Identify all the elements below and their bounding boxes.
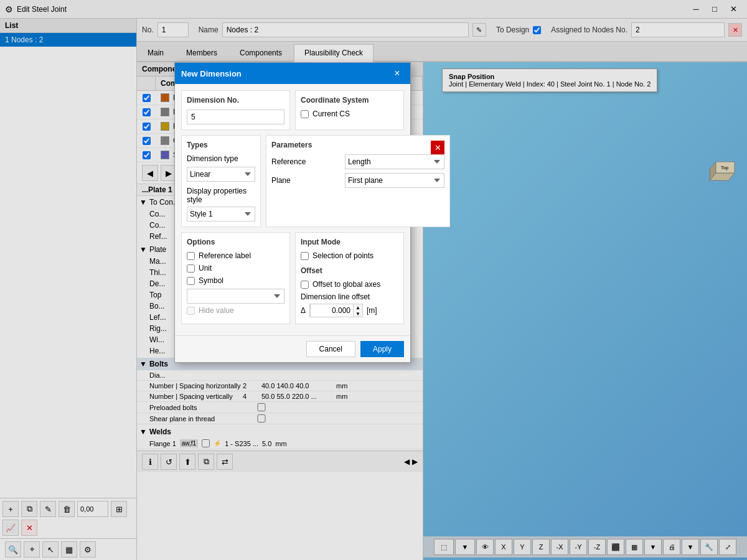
modal-apply-button[interactable]: Apply: [360, 341, 404, 357]
offset-label: Offset: [301, 266, 398, 275]
modal-title: New Dimension: [181, 69, 242, 78]
hide-value-checkbox[interactable]: [187, 307, 195, 315]
stepper-up[interactable]: ▲: [354, 304, 362, 310]
hide-value-label: Hide value: [199, 306, 234, 315]
params-delete-button[interactable]: ✕: [431, 141, 444, 154]
dim-offset-stepper[interactable]: ▲ ▼: [309, 304, 363, 317]
new-dimension-modal: New Dimension × Dimension No. 5 Coordina…: [174, 62, 411, 363]
modal-footer: Cancel Apply: [175, 335, 410, 362]
modal-close-button[interactable]: ×: [390, 67, 404, 80]
offset-global-checkbox[interactable]: [301, 281, 309, 289]
dim-type-label: Dimension type: [187, 154, 255, 163]
unit-display: [m]: [367, 306, 377, 315]
plane-label: Plane: [271, 176, 340, 185]
ref-label-label: Reference label: [199, 251, 251, 260]
params-label: Parameters: [271, 141, 312, 149]
modal-overlay: New Dimension × Dimension No. 5 Coordina…: [0, 0, 747, 560]
dim-offset-input[interactable]: [310, 304, 354, 317]
offset-global-label: Offset to global axes: [312, 280, 380, 289]
reference-select[interactable]: Length Width Height: [345, 154, 444, 169]
unit-label: Unit: [199, 264, 212, 273]
dim-line-offset-label: Dimension line offset Δ ▲ ▼: [301, 292, 398, 317]
current-cs-checkbox[interactable]: [301, 110, 309, 118]
display-style-select[interactable]: Style 1 Style 2: [187, 207, 255, 222]
coord-system-label: Coordinate System: [301, 96, 398, 105]
ref-label-checkbox[interactable]: [187, 252, 195, 260]
dim-no-label: Dimension No.: [187, 96, 284, 105]
modal-cancel-button[interactable]: Cancel: [306, 341, 355, 357]
input-mode-label: Input Mode: [301, 238, 398, 246]
plane-select[interactable]: First plane Second plane Third plane: [345, 173, 444, 188]
modal-title-bar: New Dimension ×: [175, 63, 410, 84]
options-label: Options: [187, 238, 284, 246]
types-label: Types: [187, 141, 255, 149]
display-style-label: Display properties style: [187, 187, 247, 204]
dim-type-select[interactable]: Linear Angular Radial: [187, 167, 255, 182]
current-cs-label: Current CS: [312, 110, 350, 118]
symbol-label: Symbol: [199, 276, 223, 285]
dim-no-input[interactable]: 5: [187, 110, 284, 124]
sel-points-label: Selection of points: [312, 251, 374, 260]
unit-checkbox[interactable]: [187, 264, 195, 273]
sel-points-checkbox[interactable]: [301, 252, 309, 260]
options-select[interactable]: [187, 289, 284, 304]
delta-symbol: Δ: [301, 306, 306, 315]
reference-label: Reference: [271, 157, 340, 166]
stepper-down[interactable]: ▼: [354, 310, 362, 317]
symbol-checkbox[interactable]: [187, 277, 195, 285]
